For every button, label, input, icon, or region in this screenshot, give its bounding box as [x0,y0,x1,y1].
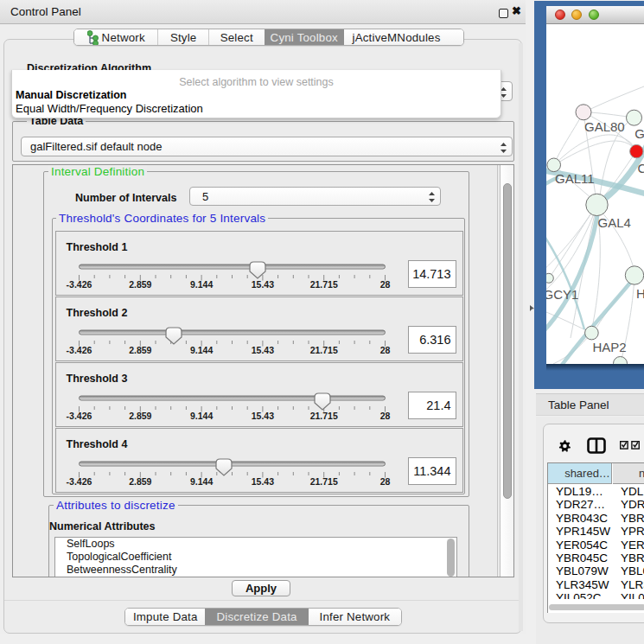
svg-text:H: H [636,285,644,300]
svg-text:2.859: 2.859 [129,411,151,421]
svg-text:15.43: 15.43 [251,345,273,355]
svg-text:9.144: 9.144 [189,345,212,355]
svg-text:28: 28 [379,411,390,421]
svg-text:28: 28 [379,476,390,487]
svg-text:9.144: 9.144 [189,411,212,421]
svg-text:2.859: 2.859 [129,279,151,290]
svg-text:21.715: 21.715 [309,345,337,355]
svg-text:GAL80: GAL80 [584,119,625,134]
svg-text:28: 28 [379,279,390,290]
svg-text:2.859: 2.859 [129,476,151,487]
svg-text:28: 28 [379,345,390,355]
svg-text:GCY1: GCY1 [546,287,578,302]
svg-text:-3.426: -3.426 [66,279,92,290]
svg-text:15.43: 15.43 [251,279,273,290]
svg-text:-3.426: -3.426 [66,476,92,487]
svg-text:15.43: 15.43 [251,411,273,421]
svg-text:2.859: 2.859 [129,345,151,355]
svg-text:CDC2: CDC2 [638,160,644,175]
svg-text:9.144: 9.144 [189,279,212,290]
svg-text:GAL4: GAL4 [598,214,631,229]
svg-text:-3.426: -3.426 [66,411,92,421]
svg-text:GAL11: GAL11 [555,171,595,186]
svg-text:-3.426: -3.426 [66,345,92,355]
svg-text:9.144: 9.144 [189,476,212,487]
svg-text:15.43: 15.43 [251,476,273,487]
svg-text:21.715: 21.715 [309,476,337,487]
svg-text:21.715: 21.715 [309,279,337,290]
svg-text:GAL2: GAL2 [634,125,644,140]
svg-text:21.715: 21.715 [309,411,337,421]
svg-text:HAP2: HAP2 [592,340,626,354]
